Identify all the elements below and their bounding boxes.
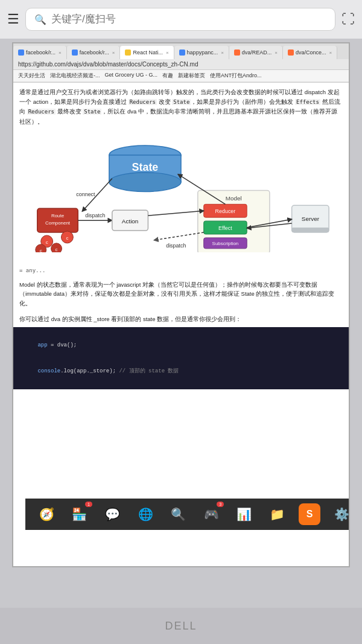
browser-tab-3[interactable]: React Nati... ×: [120, 46, 174, 59]
code-equal: = any...: [19, 267, 45, 273]
tab-close-6[interactable]: ×: [329, 50, 332, 56]
svg-text:Action: Action: [122, 218, 139, 225]
taskbar-icon-settings[interactable]: ⚙️: [331, 503, 350, 526]
tab-favicon-6: [288, 49, 294, 56]
svg-line-23: [154, 232, 203, 240]
code-block: app = dva(); console.log(app._store); //…: [13, 327, 349, 389]
svg-text:dispatch: dispatch: [85, 212, 105, 218]
tab-close-1[interactable]: ×: [59, 50, 62, 56]
steam-badge: 3: [217, 502, 224, 507]
code-line-2: console.log(app._store); // 顶部的 state 数据: [18, 359, 344, 384]
bookmark-2[interactable]: 湖北电视经济频道-...: [50, 72, 100, 80]
tab-favicon-4: [179, 49, 185, 56]
diagram-container: State connect Route Component dispatch A…: [19, 132, 343, 252]
svg-text:Effect: Effect: [218, 225, 232, 231]
bookmarks-bar: 天天好生活 湖北电视经济频道-... Get Grocery UG - G...…: [13, 70, 349, 82]
code-line-1: app = dva();: [18, 332, 344, 358]
bookmark-1[interactable]: 天天好生活: [18, 72, 45, 80]
search-input[interactable]: [51, 13, 326, 25]
taskbar-icon-compass[interactable]: 🧭: [35, 503, 58, 526]
bookmark-6[interactable]: 使用ANT打包Andro...: [210, 72, 262, 80]
svg-text:State: State: [132, 161, 159, 173]
intro-text: 通常是通过用户交互行为或者浏览器行为（如路由跳转等）触发的，当此类行为会改变数据…: [19, 88, 343, 127]
bookmark-5[interactable]: 新建标签页: [178, 72, 205, 80]
appstore-badge: 1: [85, 502, 92, 507]
state-description: = any...: [13, 262, 349, 279]
taskbar: 🧭 🏪 1 💬 🌐 🔍 🎮 3 📊 📁 S ⚙️: [25, 499, 350, 530]
tab-label-2: facebook/r...: [80, 49, 109, 56]
browser-tab-4[interactable]: happypanc... ×: [174, 46, 229, 59]
tab-close-2[interactable]: ×: [112, 50, 115, 56]
taskbar-icon-appstore[interactable]: 🏪 1: [68, 503, 91, 526]
taskbar-icon-wechat[interactable]: 💬: [101, 503, 124, 526]
taskbar-icon-chrome[interactable]: 🌐: [134, 503, 157, 526]
tab-label-6: dva/Conce...: [296, 49, 326, 56]
svg-text:Model: Model: [226, 195, 242, 202]
bookmark-3[interactable]: Get Grocery UG - G...: [105, 72, 158, 80]
browser-tab-5[interactable]: dva/READ... ×: [229, 46, 283, 59]
store-text: 你可以通过 dva 的实例属性 _store 看到顶部的 state 数据，但是…: [13, 312, 349, 328]
taskbar-icon-folder[interactable]: 📁: [265, 503, 288, 526]
tab-label-4: happypanc...: [187, 49, 218, 56]
screenshot-frame: facebook/r... × facebook/r... × React Na…: [12, 42, 350, 567]
browser-tab-1[interactable]: facebook/r... ×: [13, 46, 67, 59]
svg-text:c: c: [56, 247, 58, 252]
tab-label-3: React Nati...: [133, 49, 163, 56]
search-bar[interactable]: 🔍: [25, 8, 335, 31]
store-description: 你可以通过 dva 的实例属性 _store 看到顶部的 state 数据，但是…: [19, 316, 241, 322]
browser-tab-6[interactable]: dva/Conce... ×: [283, 46, 337, 59]
tab-favicon-1: [18, 49, 24, 56]
browser-tabs: facebook/r... × facebook/r... × React Na…: [13, 43, 349, 59]
data-flow-diagram: State connect Route Component dispatch A…: [19, 132, 343, 252]
svg-text:Component: Component: [45, 220, 71, 226]
tab-favicon-5: [234, 49, 240, 56]
tab-label-1: facebook/r...: [26, 49, 56, 56]
svg-point-2: [109, 173, 181, 192]
svg-text:Subscription: Subscription: [212, 241, 239, 246]
svg-text:Server: Server: [302, 215, 320, 222]
svg-line-21: [148, 211, 203, 215]
bottom-area: DELL: [0, 608, 362, 644]
browser-tab-2[interactable]: facebook/r... ×: [67, 46, 121, 59]
bookmark-4[interactable]: 有趣: [162, 72, 173, 80]
svg-text:Reducer: Reducer: [215, 208, 236, 214]
svg-text:c: c: [40, 248, 42, 252]
top-bar: ☰ 🔍 ⛶: [0, 0, 362, 39]
search-icon: 🔍: [34, 14, 46, 25]
address-text: https://github.com/dvajs/dva/blob/master…: [18, 61, 198, 68]
svg-rect-26: [292, 228, 329, 232]
address-bar[interactable]: https://github.com/dvajs/dva/blob/master…: [13, 59, 349, 70]
dell-logo: DELL: [165, 620, 197, 633]
svg-text:dispatch: dispatch: [166, 243, 186, 249]
svg-text:c: c: [46, 240, 48, 245]
taskbar-icon-sublime[interactable]: S: [299, 503, 320, 525]
taskbar-icon-search[interactable]: 🔍: [167, 503, 190, 526]
browser-chrome: facebook/r... × facebook/r... × React Na…: [13, 43, 349, 83]
tab-close-4[interactable]: ×: [221, 50, 224, 56]
expand-icon[interactable]: ⛶: [341, 11, 355, 27]
tab-favicon-3: [125, 49, 131, 56]
tab-favicon-2: [72, 49, 78, 56]
tab-close-3[interactable]: ×: [166, 50, 169, 56]
taskbar-icon-activity[interactable]: 📊: [233, 503, 256, 526]
taskbar-icon-steam[interactable]: 🎮 3: [200, 503, 223, 526]
model-state-text: Model 的状态数据，通常表现为一个 javascript 对象（当然它可以是…: [13, 279, 349, 312]
tab-label-5: dva/READ...: [242, 49, 272, 56]
svg-text:c: c: [66, 235, 68, 241]
page-content: 通常是通过用户交互行为或者浏览器行为（如路由跳转等）触发的，当此类行为会改变数据…: [13, 83, 349, 262]
tab-close-5[interactable]: ×: [275, 50, 278, 56]
svg-text:connect: connect: [76, 191, 95, 197]
menu-icon[interactable]: ☰: [7, 11, 19, 27]
svg-text:Route: Route: [51, 213, 65, 218]
